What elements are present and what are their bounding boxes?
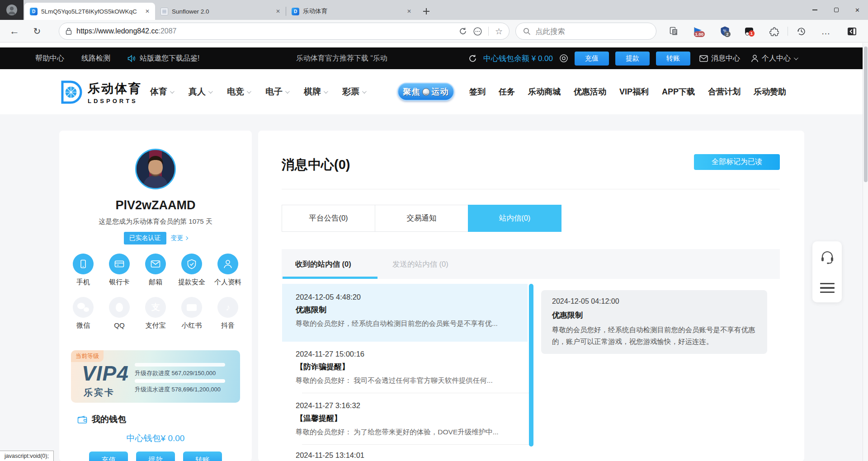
focus-sports-badge[interactable]: 聚焦 运动 <box>397 83 454 101</box>
message-item-3[interactable]: 2024-11-27 3:16:32 【温馨提醒】 尊敬的会员您好： 为了给您带… <box>282 393 528 445</box>
message-item-2[interactable]: 2024-11-27 15:00:16 【防诈骗提醒】 尊敬的会员您好： 我司不… <box>282 342 528 393</box>
vip-card-name: 乐宾卡 <box>84 386 115 399</box>
security-item-email[interactable]: 邮箱 <box>138 254 173 287</box>
toolbar-divider <box>788 27 788 36</box>
message-title: 【温馨提醒】 <box>296 413 519 423</box>
tab-2[interactable]: Sunflower 2.0 ✕ <box>155 3 286 20</box>
customer-service-button[interactable] <box>820 251 835 264</box>
favorite-star-icon[interactable]: ☆ <box>495 26 503 37</box>
new-tab-button[interactable] <box>420 5 433 18</box>
eye-icon[interactable] <box>559 54 568 63</box>
menu-lottery[interactable]: 彩票 <box>342 86 365 98</box>
menu-sports[interactable]: 体育 <box>150 86 173 98</box>
tab-site-mail[interactable]: 站内信(0) <box>468 205 561 232</box>
tab-transaction-notices[interactable]: 交易通知 <box>375 205 468 232</box>
menu-chess[interactable]: 棋牌 <box>304 86 327 98</box>
mark-all-read-button[interactable]: 全部标记为已读 <box>694 154 780 170</box>
page-title: 消息中心(0) <box>282 156 350 174</box>
flag-extension-icon[interactable]: 1.00 <box>689 23 707 39</box>
shield-extension-icon[interactable]: % 2 <box>716 23 734 39</box>
social-item-wechat[interactable]: 微信 <box>66 297 101 330</box>
nav-tasks[interactable]: 任务 <box>499 86 515 97</box>
password-extension-icon[interactable]: 1 <box>740 23 758 39</box>
balance-refresh-icon[interactable] <box>468 54 477 63</box>
chevron-down-icon <box>247 89 251 94</box>
message-item-1[interactable]: 2024-12-05 4:48:20 优惠限制 尊敬的会员您好，经系统自动检测目… <box>282 284 528 342</box>
tab3-close-icon[interactable]: ✕ <box>405 7 413 15</box>
subtab-received[interactable]: 收到的站内信 (0) <box>295 249 351 279</box>
nav-sponsorship[interactable]: 乐动赞助 <box>754 86 786 97</box>
tab-strip: D 5LmQ5Yqo5L2T6IKyfOS5kOWKqC ✕ Sunflower… <box>24 3 433 20</box>
message-title: 【防诈骗提醒】 <box>296 362 519 372</box>
close-button[interactable]: ✕ <box>847 0 868 20</box>
tab-3[interactable]: D 乐动体育 ✕ <box>286 3 417 20</box>
settings-more-icon[interactable]: … <box>817 23 835 39</box>
nav-mall[interactable]: 乐动商城 <box>528 86 561 97</box>
minimize-button[interactable] <box>804 0 826 20</box>
security-item-withdraw-safety[interactable]: 提款安全 <box>174 254 209 287</box>
message-item-4[interactable]: 2024-11-25 13:14:01 <box>282 445 528 460</box>
message-center-link[interactable]: 消息中心 <box>699 54 740 63</box>
withdraw-button[interactable]: 提款 <box>615 52 650 66</box>
sidebar-deposit-button[interactable]: 充值 <box>89 452 128 461</box>
more-actions-icon[interactable] <box>473 27 482 36</box>
deposit-progress-bar <box>135 363 225 367</box>
security-icon-row: 手机 银行卡 邮箱 提款安全 个人资料 <box>66 254 245 287</box>
social-item-qq[interactable]: QQ <box>102 297 137 330</box>
widget-menu-button[interactable] <box>820 283 835 293</box>
browser-profile-button[interactable] <box>0 0 24 20</box>
translate-icon[interactable] <box>459 27 467 35</box>
copy-pages-icon[interactable] <box>665 23 683 39</box>
sidebar-panel-icon[interactable] <box>843 23 861 39</box>
menu-slots[interactable]: 电子 <box>265 86 288 98</box>
menu-esports[interactable]: 电竞 <box>227 86 250 98</box>
promo-marquee: 乐动体育官方推荐下载 “乐动 <box>296 47 409 69</box>
extensions-puzzle-icon[interactable] <box>765 23 783 39</box>
security-item-bankcard[interactable]: 银行卡 <box>102 254 137 287</box>
minimize-icon <box>812 9 817 10</box>
history-icon[interactable] <box>792 23 810 39</box>
nav-affiliate[interactable]: 合营计划 <box>708 86 741 97</box>
maximize-button[interactable] <box>826 0 847 20</box>
change-link[interactable]: 变更 <box>171 234 188 242</box>
nav-promotions[interactable]: 优惠活动 <box>574 86 606 97</box>
social-item-alipay[interactable]: 支 支付宝 <box>138 297 173 330</box>
address-bar[interactable]: https://www.ledong842.cc:2087 ☆ <box>59 23 509 40</box>
refresh-button[interactable]: ↻ <box>28 20 46 42</box>
line-check-link[interactable]: 线路检测 <box>81 54 110 63</box>
help-center-link[interactable]: 帮助中心 <box>35 54 64 63</box>
tab1-close-icon[interactable]: ✕ <box>143 7 151 15</box>
site-invite-link[interactable]: 站版邀您下载品鉴! <box>127 54 199 63</box>
avatar[interactable] <box>135 149 176 189</box>
subtab-sent[interactable]: 发送的站内信 (0) <box>392 249 448 279</box>
scrollbar-thumb[interactable] <box>864 47 868 182</box>
search-input[interactable] <box>535 27 635 36</box>
tab-1[interactable]: D 5LmQ5Yqo5L2T6IKyfOS5kOWKqC ✕ <box>24 3 155 20</box>
nav-app-download[interactable]: APP下载 <box>662 86 695 97</box>
chevron-down-icon <box>362 89 367 94</box>
nav-vip[interactable]: VIP福利 <box>619 86 649 97</box>
sidebar-withdraw-button[interactable]: 提款 <box>136 452 175 461</box>
social-item-xiaohongshu[interactable]: 小红书 <box>174 297 209 330</box>
profile-avatar-icon <box>6 4 18 16</box>
message-list-scrollbar[interactable] <box>529 284 533 447</box>
detail-body: 尊敬的会员您好，经系统自动检测目前您的会员账号是不享有优惠的，账户可以正常游戏，… <box>552 324 756 347</box>
nav-checkin[interactable]: 签到 <box>469 86 486 97</box>
tab-platform-announcements[interactable]: 平台公告(0) <box>282 205 375 232</box>
sidebar-transfer-button[interactable]: 转账 <box>183 452 222 461</box>
wallet-icon <box>77 415 87 424</box>
message-time: 2024-11-25 13:14:01 <box>296 451 519 460</box>
site-logo[interactable]: 乐动体育 LDSPORTS <box>59 80 142 104</box>
menu-live[interactable]: 真人 <box>189 86 212 98</box>
transfer-button[interactable]: 转账 <box>656 52 690 66</box>
page-scrollbar[interactable] <box>863 43 868 461</box>
window-controls: ✕ <box>804 0 868 20</box>
back-button[interactable]: ← <box>5 20 24 42</box>
search-box[interactable] <box>515 23 656 40</box>
security-item-phone[interactable]: 手机 <box>66 254 101 287</box>
tab2-close-icon[interactable]: ✕ <box>274 7 282 15</box>
social-item-douyin[interactable]: ♪ 抖音 <box>210 297 245 330</box>
deposit-button[interactable]: 充值 <box>575 52 609 66</box>
personal-center-link[interactable]: 个人中心 <box>751 54 797 63</box>
security-item-profile[interactable]: 个人资料 <box>210 254 245 287</box>
